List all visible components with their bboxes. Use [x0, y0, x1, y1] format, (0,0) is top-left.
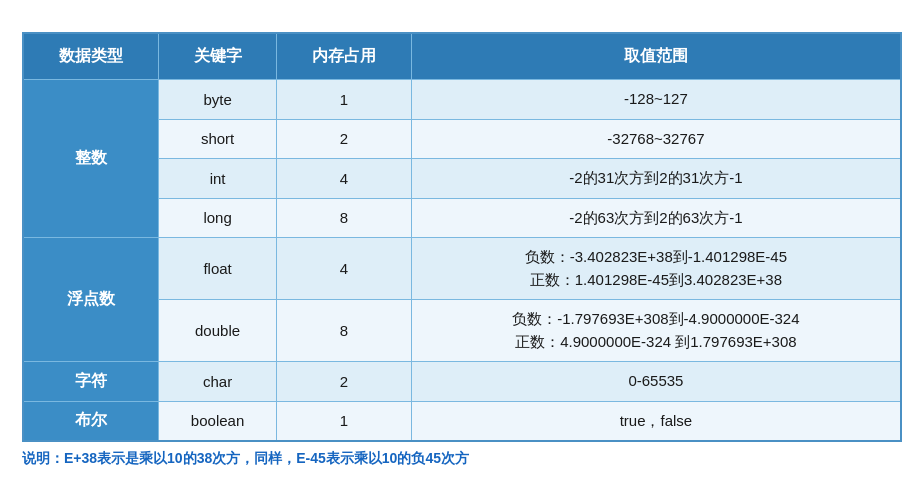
category-cell: 浮点数	[23, 238, 159, 362]
table-row: 整数byte1-128~127	[23, 80, 901, 120]
memory-cell: 1	[277, 80, 412, 120]
col-header-type: 数据类型	[23, 33, 159, 80]
col-header-memory: 内存占用	[277, 33, 412, 80]
memory-cell: 1	[277, 401, 412, 441]
keyword-cell: boolean	[159, 401, 277, 441]
note-text: 说明：E+38表示是乘以10的38次方，同样，E-45表示乘以10的负45次方	[22, 450, 902, 468]
keyword-cell: byte	[159, 80, 277, 120]
table-wrapper: 数据类型 关键字 内存占用 取值范围 整数byte1-128~127short2…	[22, 32, 902, 468]
range-cell: 0-65535	[411, 362, 901, 402]
range-cell: -2的63次方到2的63次方-1	[411, 198, 901, 238]
range-cell: -2的31次方到2的31次方-1	[411, 159, 901, 199]
keyword-cell: double	[159, 300, 277, 362]
header-row: 数据类型 关键字 内存占用 取值范围	[23, 33, 901, 80]
range-cell: -32768~32767	[411, 119, 901, 159]
memory-cell: 8	[277, 198, 412, 238]
category-cell: 字符	[23, 362, 159, 402]
col-header-range: 取值范围	[411, 33, 901, 80]
category-cell: 整数	[23, 80, 159, 238]
range-cell: 负数：-1.797693E+308到-4.9000000E-324正数：4.90…	[411, 300, 901, 362]
data-table: 数据类型 关键字 内存占用 取值范围 整数byte1-128~127short2…	[22, 32, 902, 442]
col-header-keyword: 关键字	[159, 33, 277, 80]
range-cell: true，false	[411, 401, 901, 441]
keyword-cell: short	[159, 119, 277, 159]
keyword-cell: float	[159, 238, 277, 300]
keyword-cell: long	[159, 198, 277, 238]
memory-cell: 4	[277, 238, 412, 300]
category-cell: 布尔	[23, 401, 159, 441]
range-cell: -128~127	[411, 80, 901, 120]
table-row: 布尔boolean1true，false	[23, 401, 901, 441]
keyword-cell: char	[159, 362, 277, 402]
memory-cell: 8	[277, 300, 412, 362]
keyword-cell: int	[159, 159, 277, 199]
table-row: 字符char20-65535	[23, 362, 901, 402]
range-cell: 负数：-3.402823E+38到-1.401298E-45正数：1.40129…	[411, 238, 901, 300]
memory-cell: 4	[277, 159, 412, 199]
memory-cell: 2	[277, 362, 412, 402]
memory-cell: 2	[277, 119, 412, 159]
table-row: 浮点数float4负数：-3.402823E+38到-1.401298E-45正…	[23, 238, 901, 300]
